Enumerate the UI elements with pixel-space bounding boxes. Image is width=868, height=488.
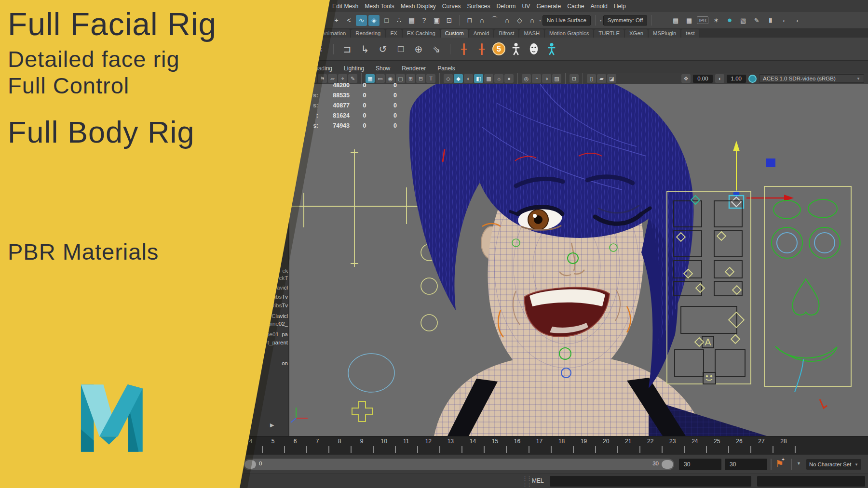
brow-control-right[interactable]: [808, 199, 837, 218]
render-current-frame-icon[interactable]: ▦: [683, 15, 695, 26]
open-render-view-icon[interactable]: ▤: [670, 15, 681, 26]
menu-item-generate[interactable]: Generate: [536, 3, 561, 10]
timeline-frame-14[interactable]: 14: [470, 438, 476, 445]
textured-shade-icon[interactable]: ◐: [464, 74, 473, 83]
help-tool-icon[interactable]: ?: [419, 15, 430, 26]
lights-icon[interactable]: ☼: [494, 74, 503, 83]
chevron-right-icon[interactable]: ›: [791, 15, 803, 26]
shelf-tab-bifrost[interactable]: Bifrost: [494, 29, 518, 38]
scale-constraint-icon[interactable]: □: [393, 42, 408, 56]
timeline-frame-7[interactable]: 7: [316, 438, 319, 445]
eye-control-right[interactable]: [809, 227, 840, 258]
skeleton-figure-icon[interactable]: [509, 42, 523, 56]
ambient-occlusion-icon[interactable]: ◎: [522, 74, 531, 83]
shelf-tab-fx[interactable]: FX: [386, 29, 401, 38]
orient-constraint-icon[interactable]: ↺: [376, 42, 390, 56]
depth-peeling-icon[interactable]: ▨: [552, 74, 561, 83]
colorspace-dropdown[interactable]: ACES 1.0 SDR-video (sRGB) ▼: [759, 74, 864, 83]
shelf-tab-turtle[interactable]: TURTLE: [594, 29, 624, 38]
shelf-tab-arnold[interactable]: Arnold: [469, 29, 494, 38]
exposure-field[interactable]: 0.00: [693, 75, 712, 83]
symmetry-dropdown[interactable]: Symmetry: Off: [603, 15, 647, 26]
character-set-dropdown[interactable]: No Character Set ▼: [806, 459, 861, 470]
snap-dropdown-arrow[interactable]: ▾: [539, 18, 541, 23]
timeline-frame-22[interactable]: 22: [647, 438, 653, 445]
hypershade-icon[interactable]: ▧: [737, 15, 749, 26]
range-handle-end[interactable]: [662, 460, 673, 469]
shelf-tab-mash[interactable]: MASH: [519, 29, 544, 38]
lock-icon[interactable]: ▣: [431, 15, 442, 26]
shelf-tab-motion-graphics[interactable]: Motion Graphics: [545, 29, 593, 38]
shelf-tab-xgen[interactable]: XGen: [625, 29, 648, 38]
move-manipulator[interactable]: [729, 141, 794, 208]
ik-handle-icon[interactable]: ╂: [475, 42, 489, 56]
menu-item-arnold[interactable]: Arnold: [590, 3, 607, 10]
chevron-right-icon[interactable]: ›: [778, 15, 789, 26]
material-mode-icon[interactable]: ◧: [474, 74, 483, 83]
nose-control[interactable]: [792, 279, 819, 315]
menu-item-help[interactable]: Help: [614, 3, 626, 10]
snap-magnet-icon[interactable]: ∩: [527, 15, 538, 26]
menu-item-uv[interactable]: UV: [522, 3, 530, 10]
timeline-frame-10[interactable]: 10: [381, 438, 387, 445]
timeline-frame-5[interactable]: 5: [271, 438, 275, 445]
symmetry-dropdown-arrow[interactable]: ▾: [600, 18, 602, 23]
pick-cursor-icon[interactable]: ⊡: [444, 15, 455, 26]
snap-projected-icon[interactable]: ∩: [502, 15, 513, 26]
five-badge-icon[interactable]: 5: [492, 42, 505, 55]
timeline-frame-16[interactable]: 16: [514, 438, 520, 445]
snapshot-icon[interactable]: ◪: [607, 74, 616, 83]
panel-menu-renderer[interactable]: Renderer: [402, 65, 426, 72]
shelf-tab-msplugin[interactable]: MSPlugin: [649, 29, 680, 38]
lasso-select-icon[interactable]: ∿: [356, 15, 367, 26]
cyan-control-curve[interactable]: [348, 354, 394, 392]
xray-joints-icon[interactable]: ▰: [597, 74, 606, 83]
timeline-frame-20[interactable]: 20: [603, 438, 609, 445]
color-management-toggle[interactable]: [748, 75, 757, 83]
panel-collapse-arrow[interactable]: ▶: [270, 422, 274, 428]
drag-handle[interactable]: ⋮⋮⋮⋮: [522, 475, 531, 488]
point-constraint-icon[interactable]: ↳: [358, 42, 372, 56]
timeline-frame-24[interactable]: 24: [692, 438, 698, 445]
extra-control[interactable]: [820, 399, 827, 408]
snap-plane-icon[interactable]: ◇: [514, 15, 525, 26]
render-settings-icon[interactable]: ✶: [710, 15, 722, 26]
face-mask-icon[interactable]: [527, 42, 541, 56]
panel-menu-panels[interactable]: Panels: [437, 65, 455, 72]
timeline-frame-18[interactable]: 18: [558, 438, 565, 445]
character-figure-icon[interactable]: [544, 42, 559, 56]
timeline-frame-17[interactable]: 17: [536, 438, 542, 445]
parent-constraint-icon[interactable]: ⊐: [340, 42, 354, 56]
viewport-3d[interactable]: A: [289, 84, 868, 436]
isolate-select-icon[interactable]: ⊡: [570, 74, 579, 83]
gamma-toggle-icon[interactable]: ◖: [715, 74, 724, 83]
paint-effects-icon[interactable]: ✎: [751, 15, 762, 26]
shelf-tab-test[interactable]: test: [681, 29, 699, 38]
crosshair-control-curve[interactable]: [289, 149, 420, 267]
shelf-editor-icon[interactable]: ▤: [406, 15, 417, 26]
timeline-frame-13[interactable]: 13: [448, 438, 454, 445]
smiley-control-icon[interactable]: [706, 375, 712, 380]
timeline-frame-12[interactable]: 12: [425, 438, 432, 445]
pause-icon[interactable]: Ⅱ: [764, 15, 776, 26]
live-surface-field[interactable]: No Live Surface: [542, 15, 591, 26]
paint-select-icon[interactable]: ◈: [368, 15, 380, 26]
shelf-tab-fx-caching[interactable]: FX Caching: [403, 29, 440, 38]
timeline-frame-21[interactable]: 21: [625, 438, 631, 445]
panel-menu-show[interactable]: Show: [376, 65, 390, 72]
command-input[interactable]: [550, 476, 751, 487]
timeline-frame-23[interactable]: 23: [669, 438, 676, 445]
brow-control-left[interactable]: [773, 200, 800, 219]
smooth-shade-icon[interactable]: ◆: [454, 74, 463, 83]
aim-constraint-icon[interactable]: ⊕: [411, 42, 426, 56]
menu-item-mesh-display[interactable]: Mesh Display: [401, 3, 436, 10]
timeline-frame-26[interactable]: 26: [736, 438, 742, 445]
soft-select-icon[interactable]: ∴: [393, 15, 405, 26]
timeline-frame-15[interactable]: 15: [492, 438, 498, 445]
eye-control-left[interactable]: [772, 227, 802, 258]
timeline-frame-19[interactable]: 19: [581, 438, 587, 445]
mel-label[interactable]: MEL: [532, 477, 544, 484]
range-slider-track[interactable]: 0 30: [244, 459, 674, 470]
snap-point-icon[interactable]: ⌒: [489, 15, 500, 26]
shadows-icon[interactable]: ●: [504, 74, 514, 83]
